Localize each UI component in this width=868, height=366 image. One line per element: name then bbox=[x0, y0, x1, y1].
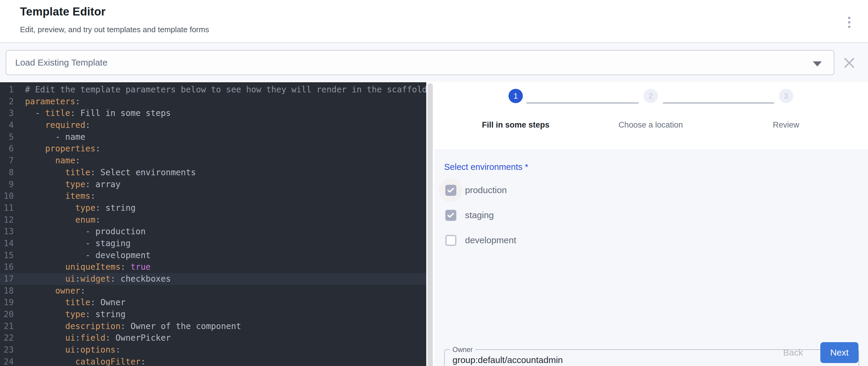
line-number: 10 bbox=[0, 190, 14, 202]
code-text: - development bbox=[14, 249, 151, 262]
checkbox-checked[interactable] bbox=[445, 185, 456, 196]
line-number: 16 bbox=[0, 261, 14, 273]
form-area: Select environments * productionstagingd… bbox=[434, 149, 868, 366]
code-text: description: Owner of the component bbox=[14, 321, 241, 332]
code-text: enum: bbox=[14, 214, 100, 226]
wizard-buttons: Back Next bbox=[779, 342, 859, 363]
code-line[interactable]: 20 type: string bbox=[0, 308, 426, 321]
line-number: 14 bbox=[0, 238, 14, 249]
next-button[interactable]: Next bbox=[820, 342, 859, 363]
template-editor-page: Template Editor Edit, preview, and try o… bbox=[0, 0, 868, 366]
owner-field-label: Owner bbox=[450, 346, 475, 354]
code-line[interactable]: 14 - staging bbox=[0, 238, 426, 249]
code-line[interactable]: 17 ui:widget: checkboxes bbox=[0, 273, 426, 285]
load-existing-template-select[interactable]: Load Existing Template bbox=[6, 50, 834, 75]
yaml-code-editor[interactable]: 1# Edit the template parameters below to… bbox=[0, 82, 426, 366]
code-text: type: array bbox=[14, 179, 120, 190]
code-line[interactable]: 24 catalogFilter: bbox=[0, 356, 426, 366]
code-line[interactable]: 15 - development bbox=[0, 249, 426, 262]
checkbox-row-development[interactable]: development bbox=[439, 228, 516, 253]
close-icon bbox=[842, 55, 857, 70]
line-number: 6 bbox=[0, 143, 14, 155]
code-line[interactable]: 8 title: Select environments bbox=[0, 166, 426, 179]
code-line[interactable]: 1# Edit the template parameters below to… bbox=[0, 84, 426, 96]
code-line[interactable]: 9 type: array bbox=[0, 179, 426, 190]
step-connector-line bbox=[663, 102, 774, 103]
line-number: 19 bbox=[0, 297, 14, 308]
step-indicator-2: 2 bbox=[644, 89, 658, 103]
select-placeholder: Load Existing Template bbox=[15, 58, 107, 68]
code-line[interactable]: 22 ui:field: OwnerPicker bbox=[0, 332, 426, 344]
code-line[interactable]: 16 uniqueItems: true bbox=[0, 261, 426, 273]
code-text: title: Select environments bbox=[14, 166, 196, 179]
line-number: 13 bbox=[0, 225, 14, 238]
code-text: ui:field: OwnerPicker bbox=[14, 332, 171, 344]
editor-scrollbar[interactable] bbox=[428, 83, 433, 366]
code-text: - production bbox=[14, 225, 146, 238]
code-text: ui:widget: checkboxes bbox=[14, 273, 171, 285]
line-number: 12 bbox=[0, 214, 14, 226]
line-number: 21 bbox=[0, 321, 14, 332]
code-line[interactable]: 10 items: bbox=[0, 190, 426, 202]
code-text: required: bbox=[14, 119, 90, 131]
line-number: 15 bbox=[0, 249, 14, 262]
code-text: - staging bbox=[14, 238, 130, 249]
checkbox-row-production[interactable]: production bbox=[439, 178, 516, 203]
code-line[interactable]: 7 name: bbox=[0, 155, 426, 166]
code-line[interactable]: 4 required: bbox=[0, 119, 426, 131]
code-text: name: bbox=[14, 155, 80, 166]
vertical-dots-icon bbox=[848, 26, 850, 28]
code-line[interactable]: 2parameters: bbox=[0, 96, 426, 108]
line-number: 24 bbox=[0, 356, 14, 366]
checkbox-label[interactable]: staging bbox=[465, 210, 494, 220]
line-number: 9 bbox=[0, 179, 14, 190]
code-text: title: Owner bbox=[14, 297, 125, 308]
code-line[interactable]: 12 enum: bbox=[0, 214, 426, 226]
step-label: Fill in some steps bbox=[441, 120, 590, 130]
code-line[interactable]: 5 - name bbox=[0, 131, 426, 143]
code-text: owner: bbox=[14, 285, 85, 297]
group-label-text: Select environments bbox=[444, 162, 523, 172]
line-number: 8 bbox=[0, 166, 14, 179]
code-line[interactable]: 23 ui:options: bbox=[0, 344, 426, 356]
checkbox-checked[interactable] bbox=[445, 210, 456, 221]
caret-down-icon bbox=[813, 61, 822, 66]
checkbox-label[interactable]: development bbox=[465, 235, 516, 245]
checkbox-unchecked[interactable] bbox=[445, 235, 456, 246]
more-options-button[interactable] bbox=[842, 12, 857, 33]
code-text: - title: Fill in some steps bbox=[14, 107, 171, 119]
form-stepper: 1Fill in some steps2Choose a location3Re… bbox=[433, 82, 868, 149]
clear-selection-button[interactable] bbox=[842, 55, 857, 70]
line-number: 23 bbox=[0, 344, 14, 356]
code-text: parameters: bbox=[14, 96, 80, 108]
line-number: 4 bbox=[0, 119, 14, 131]
line-number: 11 bbox=[0, 202, 14, 214]
checkbox-label[interactable]: production bbox=[465, 185, 507, 195]
code-text: type: string bbox=[14, 308, 125, 321]
code-text: uniqueItems: true bbox=[14, 261, 151, 273]
code-text: - name bbox=[14, 131, 85, 143]
code-line[interactable]: 6 properties: bbox=[0, 143, 426, 155]
vertical-dots-icon bbox=[848, 17, 850, 19]
checkbox-row-staging[interactable]: staging bbox=[439, 203, 516, 228]
checkbox-ripple bbox=[439, 178, 463, 202]
code-line[interactable]: 19 title: Owner bbox=[0, 297, 426, 308]
line-number: 18 bbox=[0, 285, 14, 297]
step-label: Choose a location bbox=[576, 120, 725, 130]
code-line[interactable]: 18 owner: bbox=[0, 285, 426, 297]
code-line[interactable]: 11 type: string bbox=[0, 202, 426, 214]
code-line[interactable]: 21 description: Owner of the component bbox=[0, 321, 426, 332]
load-template-bar: Load Existing Template bbox=[0, 43, 868, 82]
code-text: ui:options: bbox=[14, 344, 120, 356]
back-button[interactable]: Back bbox=[779, 344, 807, 361]
vertical-dots-icon bbox=[848, 21, 850, 24]
step-connector-line bbox=[526, 102, 639, 103]
line-number: 7 bbox=[0, 155, 14, 166]
code-line[interactable]: 3 - title: Fill in some steps bbox=[0, 107, 426, 119]
owner-field-value: group:default/accountadmin bbox=[453, 355, 563, 365]
line-number: 5 bbox=[0, 131, 14, 143]
checkbox-ripple bbox=[439, 228, 463, 252]
form-preview-panel: 1Fill in some steps2Choose a location3Re… bbox=[433, 82, 868, 366]
code-line[interactable]: 13 - production bbox=[0, 225, 426, 238]
line-number: 2 bbox=[0, 96, 14, 108]
